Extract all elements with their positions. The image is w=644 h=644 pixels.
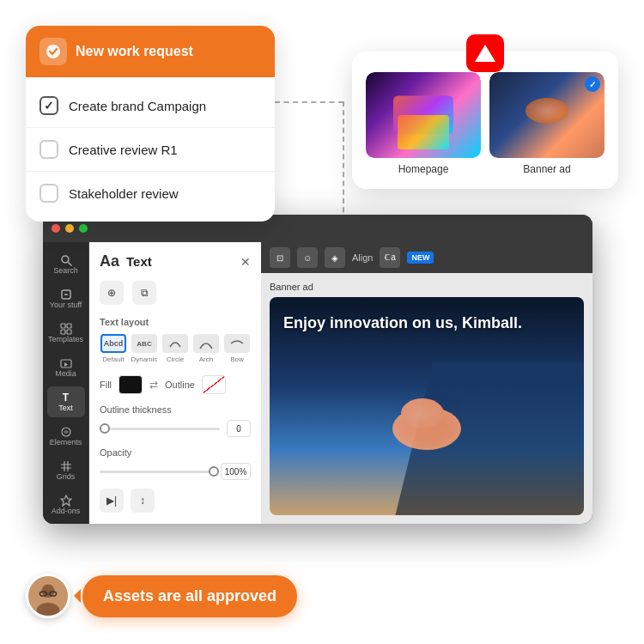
work-request-card: New work request Create brand Campaign C… bbox=[26, 26, 275, 222]
canvas-label: Banner ad bbox=[270, 282, 313, 292]
opacity-slider[interactable] bbox=[100, 471, 214, 473]
panel-icon-2[interactable]: ⧉ bbox=[132, 281, 156, 305]
layout-dynamic-label: Dynamic bbox=[131, 355, 157, 363]
layout-circle-icon bbox=[162, 334, 188, 353]
templates-tool-label: Templates bbox=[48, 335, 83, 343]
spacing-btn[interactable]: ↕ bbox=[131, 489, 155, 513]
svg-rect-7 bbox=[61, 330, 65, 334]
avatar-image bbox=[28, 575, 68, 617]
panel-icon-row: ⊕ ⧉ bbox=[100, 281, 251, 305]
banner-preview: Enjoy innovation on us, Kimball. bbox=[270, 297, 584, 515]
layout-arch[interactable]: Arch bbox=[192, 334, 220, 363]
grids-tool-label: Grids bbox=[57, 472, 76, 481]
checkbox-3[interactable] bbox=[39, 184, 58, 203]
chat-message: Assets are all approved bbox=[103, 587, 276, 605]
sidebar-tool-search[interactable]: Search bbox=[47, 249, 85, 280]
sidebar-tool-media[interactable]: Media bbox=[47, 352, 85, 383]
face-tool[interactable]: ☺ bbox=[297, 247, 318, 268]
search-tool-label: Search bbox=[53, 266, 78, 275]
work-request-title: New work request bbox=[76, 44, 193, 59]
adobe-logo bbox=[466, 34, 504, 72]
layout-bow[interactable]: Bow bbox=[223, 334, 251, 363]
sidebar-tool-templates[interactable]: Templates bbox=[47, 318, 85, 349]
media-tool-label: Media bbox=[55, 369, 76, 378]
layout-bow-icon bbox=[224, 334, 250, 353]
assets-grid: Homepage Banner ad bbox=[366, 72, 605, 175]
sidebar-tool-yourstuff[interactable]: Your stuff bbox=[47, 283, 85, 314]
text-layout-label: Text layout bbox=[100, 317, 251, 327]
layout-default-icon: Abcd bbox=[100, 334, 126, 353]
fill-outline-row: Fill ⇄ Outline bbox=[100, 375, 251, 394]
banner-text: Enjoy innovation on us, Kimball. bbox=[283, 314, 570, 333]
layout-arch-label: Arch bbox=[199, 355, 213, 363]
sidebar-tool-addons[interactable]: Add-ons bbox=[47, 489, 85, 520]
svg-rect-8 bbox=[67, 330, 71, 334]
asset-banner[interactable]: Banner ad bbox=[489, 72, 605, 175]
panel-close-button[interactable]: ✕ bbox=[240, 255, 251, 269]
banner-cloud bbox=[392, 407, 461, 450]
opacity-thumb[interactable] bbox=[209, 466, 219, 477]
request-icon bbox=[39, 38, 67, 65]
thickness-slider[interactable] bbox=[100, 428, 220, 430]
opacity-row: Opacity 100% bbox=[100, 447, 251, 480]
new-badge: NEW bbox=[407, 252, 434, 264]
checkbox-2[interactable] bbox=[39, 140, 58, 159]
text-tool-label: Text bbox=[58, 404, 73, 412]
editor-window: Search Your stuff Templates Media T Text… bbox=[43, 215, 592, 524]
task-item-1[interactable]: Create brand Campaign bbox=[26, 84, 275, 128]
crop-tool[interactable]: ⊡ bbox=[270, 247, 290, 268]
text-align-tool[interactable]: Ꞇa bbox=[380, 247, 400, 268]
task-item-3[interactable]: Stakeholder review bbox=[26, 172, 275, 215]
panel-title-row: Aa Text bbox=[100, 252, 152, 270]
addons-tool-label: Add-ons bbox=[52, 507, 81, 515]
chat-bubble: Assets are all approved bbox=[82, 575, 297, 617]
banner-thumbnail bbox=[489, 72, 605, 158]
swap-icon[interactable]: ⇄ bbox=[149, 379, 158, 391]
elements-tool-label: Elements bbox=[50, 438, 82, 447]
svg-rect-6 bbox=[67, 324, 71, 328]
thickness-slider-row: 0 bbox=[100, 420, 251, 437]
layout-default-label: Default bbox=[102, 355, 124, 363]
text-panel: Aa Text ✕ ⊕ ⧉ Text layout Abcd Default A… bbox=[89, 242, 261, 524]
sidebar-tool-text[interactable]: T Text bbox=[47, 386, 85, 417]
panel-header: Aa Text ✕ bbox=[100, 252, 251, 270]
opacity-label: Opacity bbox=[100, 447, 251, 458]
align-label: Align bbox=[352, 252, 373, 263]
layout-grid: Abcd Default ABC Dynamic Circle bbox=[100, 334, 251, 363]
svg-point-1 bbox=[62, 256, 69, 263]
task-label-1: Create brand Campaign bbox=[69, 99, 206, 113]
layout-circle[interactable]: Circle bbox=[161, 334, 189, 363]
checkbox-1[interactable] bbox=[39, 96, 58, 115]
layout-dynamic[interactable]: ABC Dynamic bbox=[131, 334, 158, 363]
editor-sidebar: Search Your stuff Templates Media T Text… bbox=[43, 242, 89, 524]
work-request-header: New work request bbox=[26, 26, 275, 77]
layout-dynamic-icon: ABC bbox=[131, 334, 157, 353]
editor-body: Search Your stuff Templates Media T Text… bbox=[43, 242, 592, 524]
asset-homepage[interactable]: Homepage bbox=[366, 72, 481, 175]
maximize-dot[interactable] bbox=[79, 224, 88, 233]
panel-icon-1[interactable]: ⊕ bbox=[100, 281, 124, 305]
task-item-2[interactable]: Creative review R1 bbox=[26, 128, 275, 172]
sidebar-tool-elements[interactable]: Elements bbox=[47, 421, 85, 452]
svg-point-0 bbox=[46, 45, 60, 58]
task-list: Create brand Campaign Creative review R1… bbox=[26, 77, 275, 222]
minimize-dot[interactable] bbox=[65, 224, 74, 233]
sidebar-tool-grids[interactable]: Grids bbox=[47, 455, 85, 486]
editor-canvas[interactable]: ⊡ ☺ ◈ Align Ꞇa NEW Banner ad Enjoy innov… bbox=[261, 242, 592, 524]
outline-color-swatch[interactable] bbox=[202, 375, 226, 394]
canvas-content: Banner ad Enjoy innovation on us, Kimbal… bbox=[261, 273, 592, 524]
thickness-thumb[interactable] bbox=[100, 423, 110, 434]
effects-tool[interactable]: ◈ bbox=[325, 247, 345, 268]
layout-arch-icon bbox=[193, 334, 219, 353]
close-dot[interactable] bbox=[52, 224, 60, 233]
banner-label: Banner ad bbox=[489, 163, 605, 175]
assets-panel: Homepage Banner ad bbox=[352, 52, 618, 189]
fill-color-swatch[interactable] bbox=[118, 375, 143, 394]
layout-default[interactable]: Abcd Default bbox=[100, 334, 127, 363]
outline-label: Outline bbox=[165, 380, 195, 390]
homepage-thumbnail bbox=[366, 72, 481, 158]
animate-btn[interactable]: ▶| bbox=[100, 489, 124, 513]
bottom-tools: ▶| ↕ bbox=[100, 489, 251, 513]
check-badge bbox=[585, 76, 600, 92]
canvas-toolbar: ⊡ ☺ ◈ Align Ꞇa NEW bbox=[261, 242, 592, 273]
